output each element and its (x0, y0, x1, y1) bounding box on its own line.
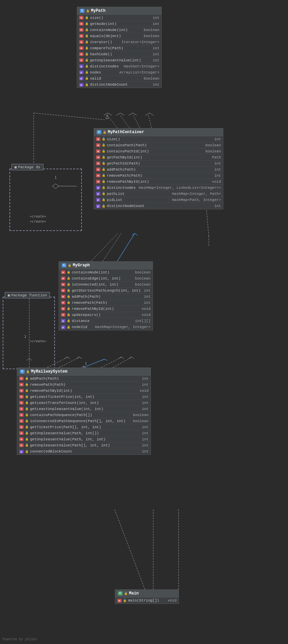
method-type: Path (212, 155, 221, 159)
visibility-icon: 🔒 (25, 443, 29, 447)
method-icon: m (19, 443, 24, 447)
visibility-icon: 🔒 (25, 425, 29, 429)
myrailwaysystem-header: C 🔒 MyRailwaySystem (17, 368, 151, 376)
visibility-icon: 🔒 (102, 155, 105, 159)
main-class: C 🔒 Main m 🔓 main(String[]) void (115, 589, 179, 604)
svg-line-6 (148, 115, 152, 128)
visibility-icon: 🔒 (67, 307, 70, 311)
method-type: int (214, 162, 221, 166)
method-icon: m (96, 180, 100, 183)
field-type: HashMap<Integer, Integer> (95, 325, 151, 329)
visibility-icon: 🔒 (25, 395, 29, 399)
field-type: boolean (144, 77, 159, 81)
method-type: int (153, 16, 159, 20)
main-name: Main (129, 591, 139, 596)
field-type: HashMap<Integer, Path> (172, 192, 221, 196)
method-type: int (144, 301, 151, 305)
visibility-icon: 🔒 (85, 46, 89, 50)
field-name: distinctnodes (90, 64, 122, 68)
method-icon: m (96, 174, 100, 177)
field-icon: p (79, 64, 84, 68)
method-icon: m (96, 143, 100, 147)
method-name: containsNode(int) (72, 270, 134, 274)
method-type: int (142, 425, 149, 429)
field-icon: p (61, 319, 65, 323)
method-size: m 🔒 size() int (77, 15, 161, 21)
method-removepath: m 🔒 removePath(Path) int (17, 382, 151, 388)
method-type: boolean (135, 270, 151, 274)
visibility-icon: 🔒 (25, 377, 29, 380)
field-name: pathList (107, 192, 171, 196)
method-icon: m (79, 16, 84, 20)
method-removepathbyid: m 🔒 removePathById(int) void (94, 179, 223, 185)
method-name: getLeastUnpleasantValue(int, int) (30, 407, 140, 411)
field-type: int (214, 204, 221, 208)
method-hashcode: m 🔒 hashCode() int (77, 51, 161, 57)
method-containspath: m 🔒 containsPath(Path) boolean (94, 142, 223, 148)
method-type: int (142, 407, 149, 411)
field-name: distinctNodeCount (107, 204, 213, 208)
field-type: HashMap<Integer, LinkedList<Integer>> (139, 186, 221, 190)
method-name: getUnpleasantValue(Path, int, int) (30, 437, 140, 441)
method-icon: m (61, 270, 65, 274)
method-name: getPathById(int) (107, 155, 211, 159)
method-getunpleasant3: m 🔒 getUnpleasantValue(Path[], int, int)… (17, 442, 151, 448)
visibility-icon: 🔒 (102, 137, 105, 141)
method-type: Iterator<Integer> (122, 40, 159, 44)
field-icon: p (96, 198, 100, 202)
method-icon: m (19, 401, 24, 405)
method-icon: m (19, 395, 24, 399)
visibility-icon: 🔒 (25, 407, 29, 411)
field-nodes: p 🔒 nodes ArrayList<Integer> (77, 69, 161, 76)
main-header: C 🔒 Main (115, 590, 179, 597)
svg-line-5 (133, 115, 140, 128)
package-function-label: ▣ Package function (5, 292, 50, 298)
field-icon: p (61, 325, 65, 329)
package-ds: ▣ Package ds (9, 169, 82, 231)
mypathcontainer-name: MyPathContainer (108, 130, 144, 135)
mypath-class: C 🔒 MyPath m 🔒 size() int m 🔒 getNode(in… (77, 7, 162, 88)
field-distinctnodecount: p 🔒 distinctNodeCount int (94, 203, 223, 209)
method-removepathbyid: m 🔒 removePathById(int) void (17, 388, 151, 394)
myrailwaysystem-name: MyRailwaySystem (31, 369, 67, 374)
svg-line-7 (117, 233, 135, 261)
method-icon: m (79, 46, 84, 50)
method-type: int (142, 377, 149, 381)
method-icon: m (61, 276, 65, 280)
method-equals: m 🔒 equals(Object) boolean (77, 33, 161, 39)
field-pathlist: p 🔒 pathList HashMap<Integer, Path> (94, 191, 223, 197)
method-containspathsequence: m 🔒 containsPathSequence(Path[]) boolean (17, 412, 151, 418)
lock-icon: 🔒 (103, 130, 106, 134)
field-icon: p (79, 70, 84, 74)
class-type-icon: C (97, 130, 101, 134)
method-icon: m (19, 407, 24, 411)
lock-icon: 🔒 (68, 264, 71, 267)
method-isconnected: m 🔒 isConnected(int, int) boolean (59, 282, 153, 288)
visibility-icon: 🔒 (67, 319, 70, 323)
visibility-icon: 🔒 (102, 204, 105, 208)
svg-line-9 (103, 233, 121, 261)
visibility-icon: 🔒 (67, 289, 70, 292)
method-name: removePathById(int) (30, 389, 138, 393)
method-icon: m (19, 377, 24, 380)
visibility-icon: 🔒 (25, 389, 29, 392)
visibility-icon: 🔒 (102, 198, 105, 202)
method-name: size() (107, 137, 213, 141)
package-ds-name: Package ds (18, 165, 40, 169)
method-icon: m (19, 389, 24, 392)
field-icon: p (96, 192, 100, 196)
method-name: isConnected(int, int) (72, 283, 134, 287)
svg-line-4 (120, 115, 130, 128)
visibility-icon: 🔒 (85, 64, 89, 68)
visibility-icon: 🔒 (85, 28, 89, 32)
method-containsedge: m 🔒 containsEdge(int, int) boolean (59, 275, 153, 282)
method-icon: m (96, 162, 100, 165)
visibility-icon: 🔓 (123, 599, 127, 603)
field-node2id: p 🔒 node2id HashMap<Integer, Integer> (59, 324, 153, 330)
field-pidlist: p 🔒 pidList HashMap<Path, Integer> (94, 197, 223, 203)
diagram-canvas: 1 1 1 «create» «create» «create» C 🔒 MyP… (0, 0, 288, 644)
method-icon: m (96, 168, 100, 171)
method-type: boolean (144, 34, 159, 38)
method-containsnode: m 🔒 containsNode(int) boolean (59, 269, 153, 275)
method-name: equals(Object) (90, 34, 142, 38)
